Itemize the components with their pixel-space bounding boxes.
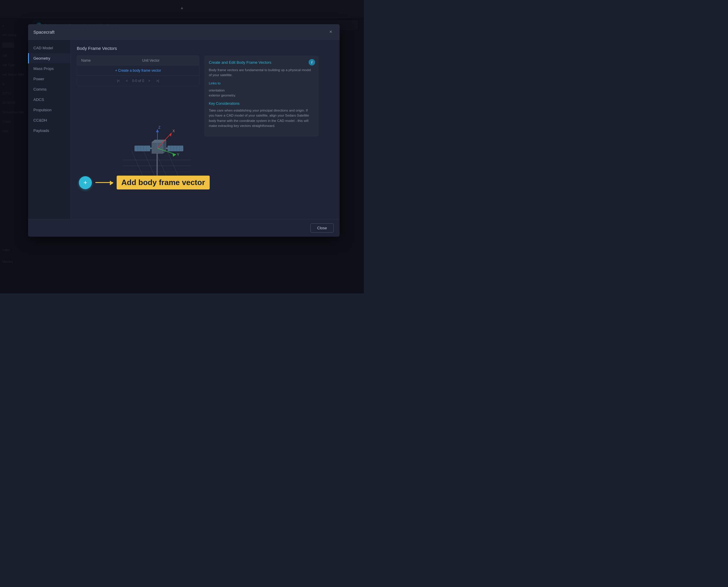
modal-footer: Close: [28, 219, 340, 237]
sidebar-item-power[interactable]: Power: [28, 74, 71, 84]
sidebar-item-label: Payloads: [33, 128, 49, 133]
modal-sidebar: CAD Model Geometry Mass Props Power Comm…: [28, 40, 71, 219]
svg-line-3: [132, 151, 143, 178]
sidebar-item-mass-props[interactable]: Mass Props: [28, 64, 71, 74]
sidebar-item-label: ADCS: [33, 97, 44, 102]
3d-visualization: X Z Y: [77, 86, 199, 213]
annotation-text: Add body frame vector: [117, 175, 210, 189]
next-page-button[interactable]: >: [146, 78, 152, 84]
key-considerations-text: Take care when establishing your princip…: [209, 108, 314, 128]
table-header: Name Unit Vector: [77, 56, 199, 66]
first-page-button[interactable]: |<: [115, 78, 122, 84]
svg-rect-21: [166, 147, 168, 149]
prev-page-button[interactable]: <: [124, 78, 130, 84]
modal-header: Spacecraft ×: [28, 24, 340, 40]
modal-body: CAD Model Geometry Mass Props Power Comm…: [28, 40, 340, 219]
body-frame-table: Name Unit Vector + Create a body frame v…: [77, 55, 199, 86]
create-body-frame-vector-row[interactable]: + Create a body frame vector: [77, 66, 199, 76]
sidebar-item-label: Geometry: [33, 56, 50, 61]
svg-text:Y: Y: [177, 152, 179, 157]
sidebar-item-label: Mass Props: [33, 66, 54, 71]
pagination-row: |< < 0-0 of 0 > >|: [77, 76, 199, 86]
info-panel-icon: i: [309, 59, 315, 66]
sidebar-item-label: CAD Model: [33, 46, 53, 50]
modal-title: Spacecraft: [33, 29, 55, 34]
info-panel-links[interactable]: Links to: [209, 81, 314, 85]
close-modal-button[interactable]: Close: [311, 224, 334, 233]
spacecraft-modal: Spacecraft × CAD Model Geometry Mass Pro…: [28, 24, 340, 237]
col-header-name: Name: [77, 56, 138, 65]
sidebar-item-ccdh[interactable]: CC&DH: [28, 115, 71, 125]
svg-marker-28: [169, 133, 172, 137]
close-button[interactable]: ×: [327, 28, 334, 36]
sidebar-item-geometry[interactable]: Geometry: [28, 53, 71, 64]
svg-text:X: X: [173, 129, 175, 133]
sidebar-item-label: Propulsion: [33, 108, 51, 112]
col-header-unit-vector: Unit Vector: [138, 56, 199, 65]
section-title: Body Frame Vectors: [77, 46, 334, 51]
svg-marker-31: [156, 129, 159, 132]
info-column: i Create and Edit Body Frame Vectors Bod…: [204, 55, 319, 213]
svg-rect-16: [168, 146, 183, 151]
sidebar-item-adcs[interactable]: ADCS: [28, 94, 71, 105]
info-panel-orientation: orientationexterior geometry.: [209, 88, 314, 98]
info-panel: i Create and Edit Body Frame Vectors Bod…: [204, 55, 319, 137]
add-body-frame-vector-button[interactable]: +: [79, 176, 92, 189]
annotation-arrow-container: [95, 182, 113, 183]
last-page-button[interactable]: >|: [155, 78, 161, 84]
info-panel-description: Body frame vectors are fundamental to bu…: [209, 68, 314, 78]
svg-rect-10: [135, 146, 150, 151]
svg-marker-34: [173, 153, 176, 157]
sidebar-item-label: Comms: [33, 87, 47, 92]
sidebar-item-comms[interactable]: Comms: [28, 84, 71, 94]
svg-rect-23: [156, 172, 158, 173]
sidebar-item-label: CC&DH: [33, 118, 47, 122]
sidebar-item-payloads[interactable]: Payloads: [28, 125, 71, 136]
info-panel-title: Create and Edit Body Frame Vectors: [209, 60, 314, 65]
key-considerations-title: Key Considerations: [209, 101, 314, 105]
modal-main-content: Body Frame Vectors Name Unit Vector + Cr…: [71, 40, 340, 219]
sidebar-item-cad-model[interactable]: CAD Model: [28, 43, 71, 53]
page-info: 0-0 of 0: [132, 79, 144, 83]
svg-line-4: [143, 151, 155, 178]
svg-rect-15: [150, 147, 152, 149]
sidebar-item-label: Power: [33, 77, 44, 81]
svg-text:Z: Z: [158, 125, 160, 130]
sidebar-item-propulsion[interactable]: Propulsion: [28, 105, 71, 115]
add-vector-annotation: + Add body frame vector: [79, 175, 210, 189]
annotation-arrow: [95, 182, 113, 183]
